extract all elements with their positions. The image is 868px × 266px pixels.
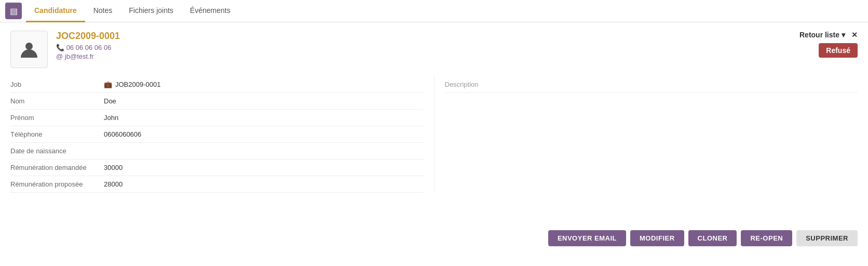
app-icon: ▤: [5, 3, 22, 19]
field-row-job: Job 💼 JOB2009-0001: [10, 76, 424, 93]
job-label: Job: [10, 81, 104, 88]
right-column: Description: [435, 76, 858, 193]
candidate-id: JOC2009-0001: [56, 31, 799, 42]
candidate-phone: 📞 06 06 06 06 06: [56, 44, 799, 51]
prenom-label: Prénom: [10, 114, 104, 122]
date-naissance-label: Date de naissance: [10, 147, 104, 155]
field-row-date-naissance: Date de naissance: [10, 143, 424, 159]
header-card: JOC2009-0001 📞 06 06 06 06 06 @ jb@test.…: [10, 31, 858, 68]
telephone-value: 0606060606: [104, 130, 141, 138]
cloner-button[interactable]: CLONER: [688, 230, 737, 246]
prenom-value: John: [104, 114, 118, 122]
tab-fichiers[interactable]: Fichiers joints: [120, 0, 182, 22]
refused-badge: Refusé: [819, 43, 858, 58]
remuneration-proposee-value: 28000: [104, 180, 123, 188]
nom-value: Doe: [104, 97, 116, 105]
tab-candidature[interactable]: Candidature: [26, 0, 85, 22]
avatar: [10, 31, 48, 68]
field-row-telephone: Téléphone 0606060606: [10, 126, 424, 143]
envoyer-email-button[interactable]: ENVOYER EMAIL: [548, 230, 626, 246]
supprimer-button[interactable]: SUPPRIMER: [796, 230, 858, 246]
at-icon: @: [56, 52, 63, 60]
field-row-nom: Nom Doe: [10, 93, 424, 110]
action-bar: ENVOYER EMAIL MODIFIER CLONER RE-OPEN SU…: [0, 222, 868, 255]
tab-notes[interactable]: Notes: [85, 0, 121, 22]
header-right: Retour liste ▾ ✕ Refusé: [799, 31, 858, 58]
remuneration-demandee-label: Rémunération demandée: [10, 164, 104, 171]
candidate-info: JOC2009-0001 📞 06 06 06 06 06 @ jb@test.…: [56, 31, 799, 60]
briefcase-icon: 💼: [104, 81, 112, 88]
nom-label: Nom: [10, 97, 104, 105]
telephone-label: Téléphone: [10, 130, 104, 138]
candidate-email: @ jb@test.fr: [56, 52, 799, 60]
remuneration-demandee-value: 30000: [104, 164, 123, 171]
field-row-remuneration-proposee: Rémunération proposée 28000: [10, 176, 424, 193]
field-row-prenom: Prénom John: [10, 110, 424, 126]
chevron-down-icon: ▾: [842, 31, 845, 39]
retour-liste-button[interactable]: Retour liste ▾ ✕: [799, 31, 858, 39]
close-icon[interactable]: ✕: [851, 31, 858, 39]
job-value: 💼 JOB2009-0001: [104, 81, 160, 88]
two-col-layout: Job 💼 JOB2009-0001 Nom Doe Prénom John T…: [10, 76, 858, 193]
reopen-button[interactable]: RE-OPEN: [741, 230, 792, 246]
tab-evenements[interactable]: Événements: [182, 0, 239, 22]
description-label: Description: [445, 76, 858, 93]
modifier-button[interactable]: MODIFIER: [630, 230, 684, 246]
phone-icon: 📞: [56, 44, 64, 51]
svg-point-0: [25, 43, 33, 50]
main-content: JOC2009-0001 📞 06 06 06 06 06 @ jb@test.…: [0, 22, 868, 201]
left-column: Job 💼 JOB2009-0001 Nom Doe Prénom John T…: [10, 76, 435, 193]
tab-bar: ▤ Candidature Notes Fichiers joints Évén…: [0, 0, 868, 22]
remuneration-proposee-label: Rémunération proposée: [10, 180, 104, 188]
field-row-remuneration-demandee: Rémunération demandée 30000: [10, 159, 424, 176]
